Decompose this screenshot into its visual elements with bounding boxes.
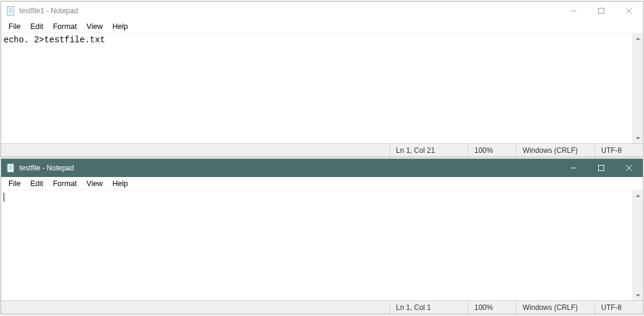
minimize-button[interactable] [560, 159, 587, 177]
status-line-ending: Windows (CRLF) [516, 301, 595, 314]
menu-edit[interactable]: Edit [25, 21, 48, 32]
titlebar[interactable]: testfile - Notepad [1, 159, 643, 177]
menu-format[interactable]: Format [48, 21, 82, 32]
scroll-down-icon[interactable] [633, 290, 643, 300]
vertical-scrollbar[interactable] [633, 190, 643, 300]
status-encoding: UTF-8 [595, 144, 643, 156]
svg-rect-15 [599, 166, 604, 171]
menu-format[interactable]: Format [48, 178, 82, 189]
status-line-ending: Windows (CRLF) [516, 144, 595, 156]
scroll-track[interactable] [633, 201, 643, 290]
content-area [1, 190, 643, 300]
window-controls [560, 159, 643, 177]
scroll-track[interactable] [633, 44, 643, 133]
scroll-down-icon[interactable] [633, 133, 643, 143]
text-cursor [4, 193, 4, 202]
status-position: Ln 1, Col 1 [389, 301, 468, 314]
menu-view[interactable]: View [81, 178, 107, 189]
titlebar[interactable]: testfile1 - Notepad [1, 2, 643, 20]
minimize-button[interactable] [560, 2, 587, 20]
maximize-button[interactable] [587, 2, 615, 20]
menu-file[interactable]: File [4, 21, 25, 32]
statusbar: Ln 1, Col 1 100% Windows (CRLF) UTF-8 [1, 300, 643, 314]
notepad-icon [6, 163, 16, 173]
menu-edit[interactable]: Edit [25, 178, 48, 189]
text-editor[interactable]: echo. 2>testfile.txt [1, 33, 633, 143]
status-zoom: 100% [468, 301, 516, 314]
menu-view[interactable]: View [81, 21, 107, 32]
menu-help[interactable]: Help [107, 21, 133, 32]
content-area: echo. 2>testfile.txt [1, 33, 643, 143]
menubar: File Edit Format View Help [1, 20, 643, 33]
notepad-window-2: testfile - Notepad File Edit Format View… [1, 158, 643, 314]
window-title: testfile - Notepad [19, 164, 74, 172]
vertical-scrollbar[interactable] [633, 33, 643, 143]
statusbar: Ln 1, Col 21 100% Windows (CRLF) UTF-8 [1, 143, 643, 156]
status-zoom: 100% [468, 144, 516, 156]
scroll-up-icon[interactable] [633, 33, 643, 44]
maximize-button[interactable] [587, 159, 615, 177]
notepad-window-1: testfile1 - Notepad File Edit Format Vie… [1, 1, 643, 157]
notepad-icon [6, 6, 16, 16]
scroll-up-icon[interactable] [633, 190, 643, 201]
text-editor[interactable] [1, 190, 633, 300]
svg-rect-6 [599, 8, 604, 14]
close-button[interactable] [615, 159, 643, 177]
status-position: Ln 1, Col 21 [389, 144, 468, 156]
status-encoding: UTF-8 [595, 301, 643, 314]
window-title: testfile1 - Notepad [19, 7, 78, 15]
menu-help[interactable]: Help [107, 178, 133, 189]
menubar: File Edit Format View Help [1, 177, 643, 190]
close-button[interactable] [615, 2, 643, 20]
window-controls [560, 2, 643, 20]
menu-file[interactable]: File [4, 178, 25, 189]
